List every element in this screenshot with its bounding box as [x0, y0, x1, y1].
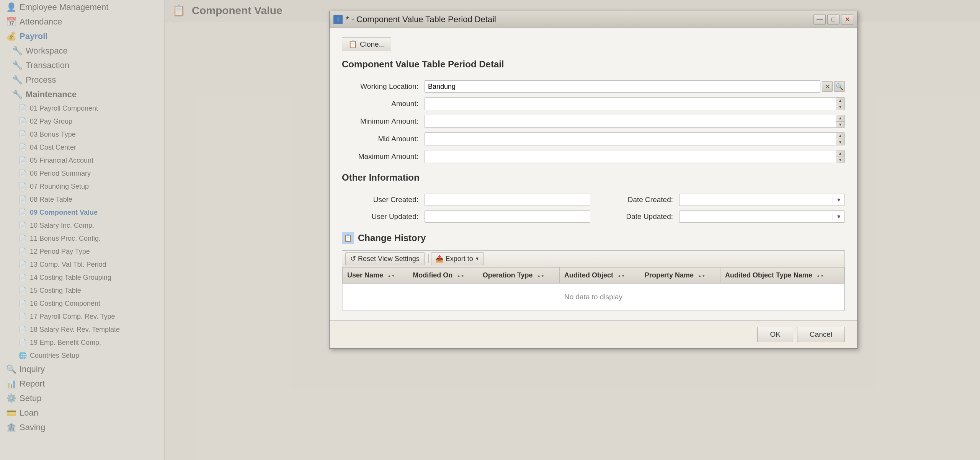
operation-type-sort-icon[interactable]: ▲▼ — [537, 274, 545, 278]
change-history-header: 📋 Change History — [342, 232, 845, 244]
mid-amount-input-wrapper: 0 ▲ ▼ — [425, 132, 845, 145]
change-history-table: User Name ▲▼ Modified On ▲▼ Operation Ty… — [342, 267, 844, 311]
no-data-cell: No data to display — [343, 284, 844, 311]
mid-amount-label: Mid Amount: — [342, 135, 418, 143]
user-created-label: User Created: — [342, 196, 418, 204]
maximum-amount-up-button[interactable]: ▲ — [836, 150, 844, 157]
maximum-amount-input[interactable]: 0 — [425, 150, 836, 163]
col-audited-object: Audited Object ▲▼ — [559, 268, 640, 284]
working-location-label: Working Location: — [342, 82, 418, 91]
dialog-title: * - Component Value Table Period Detail — [346, 15, 496, 24]
titlebar-buttons: — □ ✕ — [813, 15, 853, 24]
amount-input-wrapper: 3241929 ▲ ▼ — [425, 97, 845, 110]
maximize-button[interactable]: □ — [827, 15, 840, 24]
change-history-icon: 📋 — [342, 232, 354, 244]
other-info-section-title: Other Information — [342, 172, 845, 186]
minimum-amount-up-button[interactable]: ▲ — [836, 115, 844, 122]
dialog-titlebar: i * - Component Value Table Period Detai… — [330, 11, 857, 28]
col-audited-object-type-name: Audited Object Type Name ▲▼ — [720, 268, 844, 284]
reset-view-settings-button[interactable]: ↺ Reset View Settings — [345, 252, 425, 265]
col-user-name: User Name ▲▼ — [343, 268, 408, 284]
component-value-dialog: i * - Component Value Table Period Detai… — [329, 11, 858, 349]
date-updated-input[interactable] — [679, 213, 833, 221]
reset-view-icon: ↺ — [350, 254, 356, 263]
export-icon: 📤 — [435, 254, 444, 263]
dialog-footer: OK Cancel — [330, 320, 857, 348]
date-updated-wrapper: ▼ — [679, 210, 845, 223]
working-location-clear-icon[interactable]: ✕ — [822, 81, 833, 92]
date-created-label: Date Created: — [596, 196, 673, 204]
date-created-input[interactable] — [679, 196, 833, 204]
titlebar-left: i * - Component Value Table Period Detai… — [333, 15, 496, 24]
col-operation-type: Operation Type ▲▼ — [478, 268, 559, 284]
col-modified-on: Modified On ▲▼ — [408, 268, 478, 284]
minimum-amount-input-wrapper: 0 ▲ ▼ — [425, 115, 845, 128]
maximum-amount-label: Maximum Amount: — [342, 152, 418, 161]
user-updated-label: User Updated: — [342, 212, 418, 221]
minimum-amount-input[interactable]: 0 — [425, 115, 836, 127]
minimum-amount-spinner: ▲ ▼ — [836, 115, 844, 127]
property-name-sort-icon[interactable]: ▲▼ — [698, 274, 706, 278]
maximum-amount-down-button[interactable]: ▼ — [836, 157, 844, 163]
other-info-form: User Created: Date Created: ▼ User Updat… — [342, 194, 845, 223]
audited-object-type-sort-icon[interactable]: ▲▼ — [817, 274, 824, 278]
amount-label: Amount: — [342, 100, 418, 108]
minimize-button[interactable]: — — [813, 15, 826, 24]
working-location-input[interactable]: Bandung — [425, 80, 820, 93]
date-created-wrapper: ▼ — [679, 194, 845, 206]
user-created-input[interactable] — [425, 194, 590, 206]
cancel-button[interactable]: Cancel — [797, 327, 845, 342]
mid-amount-down-button[interactable]: ▼ — [836, 139, 844, 145]
dialog-body: 📋 Clone... Component Value Table Period … — [330, 28, 857, 320]
date-updated-dropdown[interactable]: ▼ — [833, 214, 844, 220]
change-history-toolbar: ↺ Reset View Settings 📤 Export to ▼ — [342, 250, 845, 267]
clone-icon: 📋 — [348, 40, 358, 49]
table-header-row: User Name ▲▼ Modified On ▲▼ Operation Ty… — [343, 268, 844, 284]
maximum-amount-spinner: ▲ ▼ — [836, 150, 844, 163]
change-history-table-container: User Name ▲▼ Modified On ▲▼ Operation Ty… — [342, 267, 845, 311]
mid-amount-up-button[interactable]: ▲ — [836, 133, 844, 139]
date-created-dropdown[interactable]: ▼ — [833, 197, 844, 203]
modified-on-sort-icon[interactable]: ▲▼ — [457, 274, 464, 278]
amount-input[interactable]: 3241929 — [425, 98, 836, 110]
mid-amount-spinner: ▲ ▼ — [836, 133, 844, 145]
clone-button[interactable]: 📋 Clone... — [342, 37, 391, 51]
working-location-lookup-icon[interactable]: 🔍 — [834, 81, 845, 92]
amount-spinner: ▲ ▼ — [836, 98, 844, 110]
maximum-amount-input-wrapper: 0 ▲ ▼ — [425, 150, 845, 163]
amount-up-button[interactable]: ▲ — [836, 98, 844, 104]
user-updated-input[interactable] — [425, 210, 590, 223]
user-name-sort-icon[interactable]: ▲▼ — [387, 274, 395, 278]
dialog-app-icon: i — [333, 15, 343, 24]
minimum-amount-down-button[interactable]: ▼ — [836, 122, 844, 128]
col-property-name: Property Name ▲▼ — [640, 268, 720, 284]
toolbar-separator — [428, 254, 429, 263]
minimum-amount-label: Minimum Amount: — [342, 117, 418, 126]
date-updated-label: Date Updated: — [596, 212, 673, 221]
main-form: Working Location: Bandung ✕ 🔍 Amount: 32… — [342, 80, 845, 163]
close-button[interactable]: ✕ — [841, 15, 853, 24]
change-history-title: Change History — [358, 233, 426, 243]
mid-amount-input[interactable]: 0 — [425, 133, 836, 145]
working-location-field: Bandung ✕ 🔍 — [425, 80, 845, 93]
no-data-row: No data to display — [343, 284, 844, 311]
export-to-button[interactable]: 📤 Export to ▼ — [431, 252, 484, 265]
export-dropdown-arrow: ▼ — [475, 256, 480, 261]
amount-down-button[interactable]: ▼ — [836, 104, 844, 110]
audited-object-sort-icon[interactable]: ▲▼ — [617, 274, 625, 278]
form-section-title: Component Value Table Period Detail — [342, 59, 845, 73]
ok-button[interactable]: OK — [757, 327, 793, 342]
